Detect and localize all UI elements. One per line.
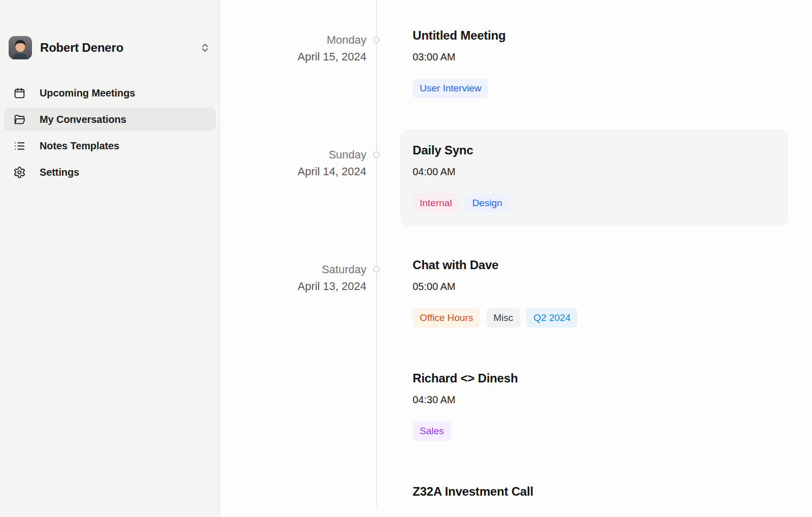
meetings-column: Daily Sync 04:00 AM Internal Design	[377, 130, 812, 226]
meeting-tag-misc[interactable]: Misc	[486, 308, 520, 328]
date-full: April 15, 2024	[220, 48, 366, 65]
meeting-time: 04:00 AM	[413, 166, 776, 178]
meeting-tag-user-interview[interactable]: User Interview	[413, 79, 488, 98]
meeting-title: Daily Sync	[413, 143, 776, 158]
meeting-item-richard-dinesh[interactable]: Richard <> Dinesh 04:30 AM Sales	[400, 371, 788, 441]
calendar-icon	[13, 87, 26, 100]
meeting-item-z32a-investment-call[interactable]: Z32A Investment Call	[400, 484, 788, 499]
sidebar-item-label: My Conversations	[40, 114, 126, 125]
sidebar-item-settings[interactable]: Settings	[4, 160, 216, 184]
timeline-panel: Monday April 15, 2024 Untitled Meeting 0…	[220, 0, 812, 517]
timeline-dot	[373, 266, 380, 273]
meeting-title: Richard <> Dinesh	[413, 371, 776, 386]
folder-icon	[13, 113, 26, 126]
meetings-column: Untitled Meeting 03:00 AM User Interview	[377, 28, 812, 98]
meetings-column: Chat with Dave 05:00 AM Office Hours Mis…	[377, 257, 812, 499]
meeting-tag-design[interactable]: Design	[465, 193, 509, 213]
sidebar-nav: Upcoming Meetings My Conversations Notes…	[4, 81, 216, 184]
avatar	[9, 36, 32, 59]
date-label: Sunday April 14, 2024	[220, 130, 377, 226]
meeting-title: Chat with Dave	[413, 257, 776, 273]
meeting-tags: User Interview	[413, 79, 776, 98]
date-day: Monday	[220, 31, 366, 48]
meeting-time: 04:30 AM	[413, 394, 776, 406]
meeting-tags: Office Hours Misc Q2 2024	[413, 308, 776, 328]
meeting-tag-sales[interactable]: Sales	[413, 422, 451, 441]
account-switcher[interactable]: Robert Denero	[9, 36, 212, 59]
meeting-tags: Sales	[413, 422, 776, 441]
timeline-group: Saturday April 13, 2024 Chat with Dave 0…	[220, 257, 812, 499]
sidebar: Robert Denero Upcoming Meetings	[0, 0, 220, 517]
date-full: April 14, 2024	[220, 163, 366, 180]
meeting-title: Untitled Meeting	[413, 28, 776, 43]
sidebar-item-notes-templates[interactable]: Notes Templates	[4, 134, 216, 157]
gear-icon	[13, 166, 26, 179]
timeline-dot	[373, 37, 380, 43]
list-icon	[13, 140, 26, 152]
meeting-time: 05:00 AM	[413, 280, 776, 293]
meeting-item-chat-with-dave[interactable]: Chat with Dave 05:00 AM Office Hours Mis…	[400, 257, 788, 328]
sidebar-item-label: Settings	[40, 167, 79, 178]
date-day: Sunday	[220, 146, 366, 163]
meeting-tag-office-hours[interactable]: Office Hours	[413, 308, 480, 328]
timeline-dot	[373, 151, 380, 158]
meeting-time: 03:00 AM	[413, 51, 776, 63]
date-label: Monday April 15, 2024	[220, 28, 377, 98]
sidebar-item-upcoming-meetings[interactable]: Upcoming Meetings	[4, 81, 216, 105]
sidebar-item-my-conversations[interactable]: My Conversations	[4, 108, 216, 131]
meetings-timeline: Monday April 15, 2024 Untitled Meeting 0…	[220, 28, 812, 499]
date-full: April 13, 2024	[220, 278, 366, 295]
meeting-item-untitled-meeting[interactable]: Untitled Meeting 03:00 AM User Interview	[400, 28, 788, 98]
sidebar-item-label: Notes Templates	[40, 140, 119, 152]
meeting-item-daily-sync[interactable]: Daily Sync 04:00 AM Internal Design	[400, 130, 788, 226]
meeting-tag-q2-2024[interactable]: Q2 2024	[526, 308, 578, 328]
sidebar-item-label: Upcoming Meetings	[40, 87, 135, 99]
date-day: Saturday	[220, 261, 366, 278]
meeting-title: Z32A Investment Call	[413, 484, 776, 499]
meeting-tag-internal[interactable]: Internal	[413, 193, 459, 213]
timeline-group: Sunday April 14, 2024 Daily Sync 04:00 A…	[220, 130, 812, 226]
chevron-updown-icon[interactable]	[198, 41, 212, 54]
meeting-tags: Internal Design	[413, 193, 776, 213]
user-name: Robert Denero	[40, 41, 198, 55]
timeline-group: Monday April 15, 2024 Untitled Meeting 0…	[220, 28, 812, 98]
date-label: Saturday April 13, 2024	[220, 257, 377, 499]
